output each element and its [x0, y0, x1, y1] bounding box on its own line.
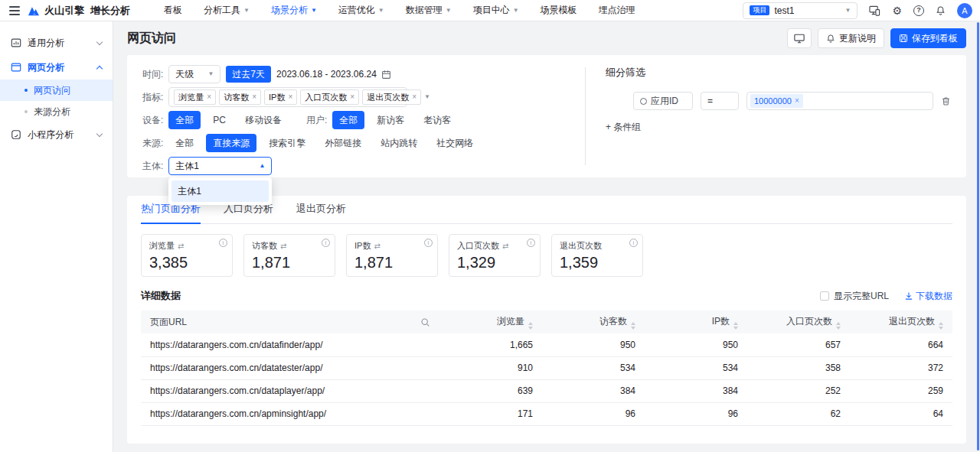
info-icon[interactable]: i: [322, 239, 330, 247]
update-notes-button[interactable]: 更新说明: [818, 28, 884, 48]
nav-item-scene-template[interactable]: 场景模板: [541, 4, 577, 17]
table-row[interactable]: https://datarangers.com.cn/datafinder/ap…: [141, 333, 952, 356]
switch-metric-icon[interactable]: ⇄: [502, 242, 508, 250]
sort-icon[interactable]: [631, 322, 635, 330]
calendar-icon: [381, 70, 391, 80]
cell-entry: 657: [747, 333, 850, 356]
gear-icon[interactable]: ⚙: [892, 5, 902, 16]
help-icon[interactable]: ?: [913, 5, 924, 16]
scrollbar[interactable]: [977, 22, 979, 450]
search-icon[interactable]: [420, 317, 430, 327]
metric-card-exit[interactable]: 退出页次数 i 1,359: [551, 234, 643, 277]
sidebar-item-web-visits[interactable]: 网页访问: [0, 80, 113, 101]
device-label: 设备:: [142, 114, 163, 127]
cell-url: https://datarangers.com.cn/apminsight/ap…: [141, 402, 439, 425]
info-icon[interactable]: i: [424, 239, 433, 247]
quick-range-chip[interactable]: 过去7天: [226, 66, 271, 83]
tab-entry-pages[interactable]: 入口页分析: [224, 202, 273, 223]
dot-icon: [24, 89, 28, 92]
menu-icon[interactable]: [9, 6, 20, 15]
table-row[interactable]: https://datarangers.com.cn/dataplayer/ap…: [141, 379, 952, 402]
main-content: 网页访问 更新说明 保存到看板 时间:: [113, 21, 980, 452]
nav-item-project-center[interactable]: 项目中心▼: [473, 4, 519, 17]
device-option-all[interactable]: 全部: [168, 111, 201, 129]
sort-icon[interactable]: [836, 322, 841, 330]
nav-item-operation[interactable]: 运营优化▼: [338, 4, 384, 17]
metric-tag-label: 浏览量: [178, 92, 204, 103]
info-icon[interactable]: i: [629, 239, 638, 247]
close-icon[interactable]: ×: [207, 93, 211, 101]
metric-card-entry[interactable]: 入口页次数⇄ i 1,329: [449, 234, 541, 277]
column-header-ip: IP数: [712, 316, 730, 327]
column-header-exit: 退出页次数: [889, 316, 935, 327]
nav-item-scene-analysis[interactable]: 场景分析▼: [271, 4, 317, 17]
info-icon[interactable]: i: [219, 239, 227, 247]
metric-card-uv[interactable]: 访客数⇄ i 1,871: [243, 234, 335, 277]
close-icon[interactable]: ×: [350, 93, 354, 101]
user-option-all[interactable]: 全部: [332, 111, 364, 129]
nav-item-analysis-tools[interactable]: 分析工具▼: [204, 4, 250, 17]
subject-select-wrap: 主体1 ▲ 主体1: [168, 157, 272, 175]
source-option-direct[interactable]: 直接来源: [206, 134, 256, 152]
segment-value-input[interactable]: 10000000 ×: [746, 92, 933, 110]
close-icon[interactable]: ×: [795, 97, 799, 105]
bell-icon[interactable]: [936, 5, 946, 15]
download-data-link[interactable]: 下载数据: [904, 290, 952, 303]
tab-hot-pages[interactable]: 热门页面分析: [141, 202, 201, 223]
source-option-external[interactable]: 外部链接: [318, 134, 368, 152]
switch-metric-icon[interactable]: ⇄: [374, 242, 380, 250]
tab-exit-pages[interactable]: 退出页分析: [296, 202, 346, 223]
close-icon[interactable]: ×: [412, 93, 416, 101]
device-icon[interactable]: [869, 5, 880, 16]
nav-item-dashboard[interactable]: 看板: [164, 4, 182, 17]
source-option-all[interactable]: 全部: [168, 134, 201, 152]
present-button[interactable]: [787, 28, 812, 48]
chevron-down-icon: ▼: [243, 8, 250, 14]
sidebar-item-label: 通用分析: [28, 37, 64, 50]
show-full-url-checkbox[interactable]: [820, 291, 829, 301]
avatar[interactable]: A: [957, 3, 972, 18]
metric-card-value: 1,871: [252, 254, 327, 272]
switch-metric-icon[interactable]: ⇄: [280, 242, 286, 250]
trash-icon[interactable]: [941, 96, 951, 106]
sidebar-item-general-analysis[interactable]: 通用分析: [0, 31, 113, 55]
sort-icon[interactable]: [939, 322, 943, 330]
table-row[interactable]: https://datarangers.com.cn/datatester/ap…: [141, 356, 952, 379]
save-to-dashboard-button[interactable]: 保存到看板: [890, 28, 966, 48]
metric-card-ip[interactable]: IP数⇄ i 1,871: [346, 234, 438, 277]
segment-operator-select[interactable]: =: [701, 92, 739, 110]
metric-tag-label: 入口页次数: [305, 92, 347, 103]
chevron-down-icon: ▼: [513, 8, 519, 14]
device-option-pc[interactable]: PC: [206, 111, 233, 129]
user-option-returning[interactable]: 老访客: [416, 111, 458, 129]
nav-label: 场景模板: [541, 4, 577, 17]
sidebar-item-source-analysis[interactable]: 来源分析: [0, 101, 113, 122]
cell-exit: 372: [850, 356, 952, 379]
source-option-internal[interactable]: 站内跳转: [374, 134, 424, 152]
nav-item-data-management[interactable]: 数据管理▼: [406, 4, 452, 17]
sort-icon[interactable]: [528, 322, 533, 330]
granularity-select[interactable]: 天级 ▼: [168, 65, 220, 83]
device-option-mobile[interactable]: 移动设备: [238, 111, 289, 129]
table-row[interactable]: https://datarangers.com.cn/apminsight/ap…: [141, 402, 952, 425]
switch-metric-icon[interactable]: ⇄: [178, 242, 184, 250]
subject-option[interactable]: 主体1: [172, 180, 269, 202]
user-option-new[interactable]: 新访客: [370, 111, 411, 129]
source-option-search[interactable]: 搜索引擎: [262, 134, 312, 152]
project-selector[interactable]: 项目 test1 ▼: [743, 2, 858, 19]
segment-field-select[interactable]: 应用ID: [633, 92, 693, 110]
sidebar-item-web-analysis[interactable]: 网页分析: [0, 55, 113, 80]
close-icon[interactable]: ×: [252, 93, 256, 101]
date-range[interactable]: 2023.06.18 - 2023.06.24: [276, 69, 391, 80]
add-condition-group-button[interactable]: + 条件组: [606, 121, 641, 134]
metrics-select[interactable]: 浏览量× 访客数× IP数× 入口页次数× 退出页次数× ▼: [168, 87, 407, 107]
sidebar-item-miniprogram-analysis[interactable]: 小程序分析: [0, 122, 113, 147]
sort-icon[interactable]: [733, 322, 738, 330]
source-option-social[interactable]: 社交网络: [430, 134, 480, 152]
detail-title: 详细数据: [141, 289, 181, 303]
metric-card-pv[interactable]: 浏览量⇄ i 3,385: [141, 234, 233, 277]
nav-item-tracking-governance[interactable]: 埋点治理: [599, 4, 635, 17]
info-icon[interactable]: i: [527, 239, 535, 247]
close-icon[interactable]: ×: [288, 93, 292, 101]
subject-select[interactable]: 主体1 ▲: [168, 157, 272, 175]
